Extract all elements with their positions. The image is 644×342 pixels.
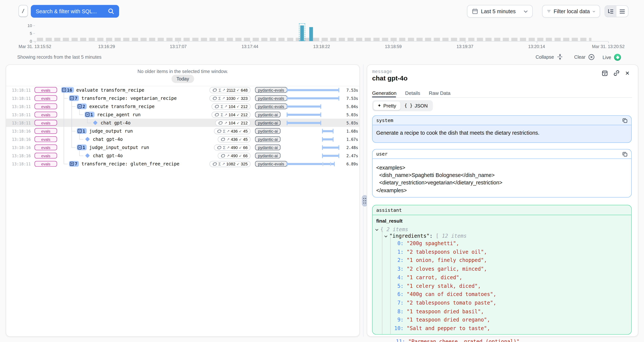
y-axis-tick-label: 5 <box>20 31 32 36</box>
duration-bar <box>286 97 339 99</box>
trace-row[interactable]: 13:18:11evals7transform_recipe: gluten_f… <box>6 160 360 168</box>
pretty-toggle-button[interactable]: ✦ Pretty <box>374 101 400 110</box>
list-view-button[interactable] <box>616 6 628 17</box>
collapse-toggle-pill[interactable]: 2 <box>77 104 87 109</box>
user-message-card: user <examples> <dish_name>Spaghetti Bol… <box>372 149 632 198</box>
x-axis-tick <box>537 42 537 43</box>
trace-row[interactable]: 13:18:16evals1judge_input_output runΣ↗49… <box>6 143 360 152</box>
row-timestamp: 13:18:16 <box>12 154 31 158</box>
tab-raw-data[interactable]: Raw Data <box>429 90 450 96</box>
span-name: transform_recipe: gluten_free_recipe <box>82 161 180 166</box>
collapse-button[interactable]: Collapse <box>536 54 563 60</box>
tree-view-button[interactable] <box>605 6 616 17</box>
tree-connector <box>72 131 76 131</box>
collapse-caret-icon[interactable] <box>375 228 378 231</box>
x-axis-tick <box>35 42 35 43</box>
json-toggle-button[interactable]: { } JSON <box>400 103 432 108</box>
token-usage-badge: ↗104↙212 <box>216 120 251 126</box>
tree-guide-line <box>382 230 382 334</box>
json-array-item: 3: "2 cloves garlic, minced", <box>375 265 631 274</box>
span-name: chat gpt-4o <box>93 136 123 142</box>
span-name: judge_input_output run <box>89 145 149 150</box>
evals-badge: evals <box>34 120 57 126</box>
x-axis-tick <box>322 42 322 43</box>
message-detail-panel: message chat gpt-4o ✕ Generation Details… <box>367 64 638 336</box>
duration-waterfall-track <box>286 135 339 143</box>
json-index: 0 <box>394 239 400 248</box>
collapse-toggle-pill[interactable]: 7 <box>69 95 79 101</box>
search-icon <box>108 8 114 14</box>
row-tree-cell: 1recipe_agent run <box>84 110 140 119</box>
tree-connector <box>72 101 72 147</box>
histogram-bar[interactable] <box>309 27 313 41</box>
chevron-down-icon <box>524 10 528 12</box>
trace-row[interactable]: 13:18:11evals7transform_recipe: vegetari… <box>6 94 360 102</box>
copy-button[interactable] <box>622 151 628 157</box>
system-message-content: Generate a recipe to cook the dish that … <box>372 125 631 140</box>
y-axis-tick-label: 10 <box>20 23 32 28</box>
live-toggle[interactable]: Live <box>602 54 621 61</box>
chevron-down-icon <box>593 10 595 12</box>
json-string-value: "400g can of diced tomatoes", <box>404 291 496 297</box>
span-name: judge_output run <box>89 128 133 134</box>
tab-generation[interactable]: Generation <box>372 90 396 96</box>
token-usage-badge: Σ↗1082↙325 <box>209 161 250 167</box>
tree-connector <box>64 164 68 164</box>
selected-bucket-outline <box>299 24 305 41</box>
collapse-toggle-pill[interactable]: 1 <box>77 128 87 134</box>
copy-button[interactable] <box>622 118 628 123</box>
duration-label: 2.48s <box>346 145 358 150</box>
row-timestamp: 13:18:16 <box>12 137 31 142</box>
json-index: 2 <box>394 256 400 265</box>
duration-waterfall-track <box>286 160 339 168</box>
trace-row[interactable]: 13:18:11evals2execute transform_recipeΣ↗… <box>6 102 360 110</box>
duration-label: 1.68s <box>346 129 358 133</box>
duration-label: 2.47s <box>346 154 358 158</box>
tabbar-border <box>372 97 632 98</box>
expand-toggle-pill[interactable]: 7 <box>69 161 79 167</box>
collapse-toggle-pill[interactable]: 1 <box>84 112 95 118</box>
x-axis-label: 13:20:14 <box>528 44 545 49</box>
empty-buckets-dashes <box>37 38 592 41</box>
json-array-item: 2: "1 onion, finely chopped", <box>375 256 631 265</box>
row-tree-cell: 1judge_output run <box>77 127 133 135</box>
json-string-value: "2 cloves garlic, minced", <box>404 266 487 272</box>
copy-link-icon[interactable] <box>613 70 620 76</box>
tree-connector <box>79 109 80 114</box>
trace-row[interactable]: 13:18:16evals1judge_output runΣ↗436↙45py… <box>6 127 360 135</box>
trace-row[interactable]: 13:18:11evals1recipe_agent runΣ↗104↙212p… <box>6 110 360 119</box>
x-axis-tick <box>393 42 394 43</box>
tokens-coin-icon <box>217 145 222 150</box>
scope-tag: pydantic-ai <box>255 112 281 118</box>
trace-row[interactable]: 13:18:16evalschat gpt-4o↗490↙66pydantic-… <box>6 152 360 160</box>
collapse-toggle-pill[interactable]: 1 <box>77 144 87 150</box>
trace-row[interactable]: 13:18:11evalschat gpt-4o↗104↙212pydantic… <box>6 119 360 127</box>
json-index: 8 <box>394 307 400 316</box>
json-array-items: 0: "200g spaghetti",1: "2 tablespoons ol… <box>375 239 631 334</box>
trace-row[interactable]: 13:18:11evals16evaluate transform_recipe… <box>6 86 360 94</box>
evals-badge: evals <box>34 112 57 118</box>
duration-label: 6.89s <box>346 162 358 166</box>
collapse-caret-icon[interactable] <box>384 234 388 237</box>
sparkle-icon: ✦ <box>378 103 381 108</box>
filter-icon <box>547 8 551 14</box>
filter-local-data-dropdown[interactable]: Filter local data <box>542 5 600 18</box>
clear-button[interactable]: Clear <box>574 54 595 60</box>
evals-badge: evals <box>34 136 57 142</box>
tree-connector <box>79 156 83 156</box>
trace-row[interactable]: 13:18:16evalschat gpt-4o↗436↙45pydantic-… <box>6 135 360 143</box>
x-axis-label: 13:18:22 <box>313 44 330 49</box>
tab-details[interactable]: Details <box>405 90 420 96</box>
duration-bar <box>322 146 339 148</box>
evals-badge: evals <box>34 87 57 93</box>
time-range-dropdown[interactable]: Last 5 minutes <box>467 5 533 18</box>
close-icon[interactable]: ✕ <box>625 70 630 76</box>
dock-panel-icon[interactable] <box>602 70 608 76</box>
token-usage-badge: ↗490↙66 <box>218 152 250 159</box>
search-input[interactable]: Search & filter with SQL... <box>31 5 119 18</box>
assistant-message-card: assistant final_result { 2 items "ingred… <box>372 205 632 334</box>
collapse-toggle-pill[interactable]: 16 <box>61 87 74 93</box>
json-string-value: "2 tablespoons tomato paste", <box>404 300 496 306</box>
collapse-icon <box>557 54 563 60</box>
system-message-card: system Generate a recipe to cook the dis… <box>372 115 632 143</box>
